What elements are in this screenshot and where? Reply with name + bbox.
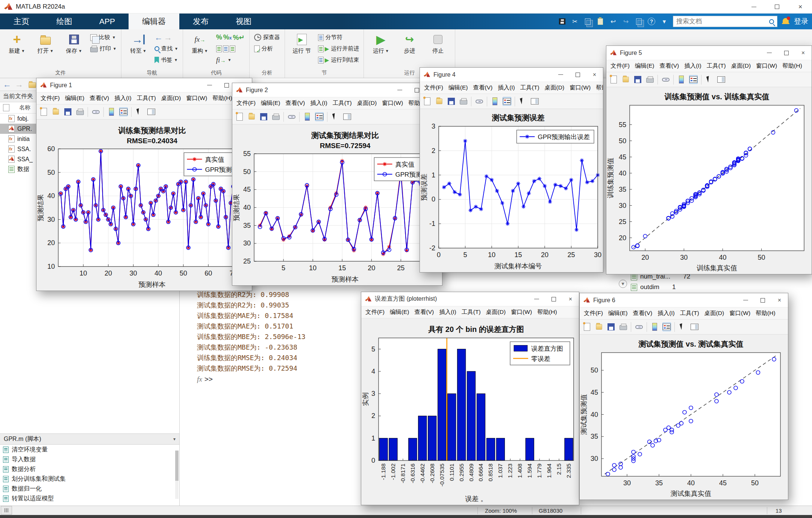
tab-视图[interactable]: 视图 — [222, 14, 265, 29]
help-icon[interactable]: ? — [647, 17, 656, 26]
menu-item-工具[interactable]: 工具(T) — [704, 62, 729, 70]
edit-plot-icon[interactable] — [705, 75, 714, 84]
menu-item-编辑[interactable]: 编辑(E) — [387, 308, 412, 316]
redo-icon[interactable]: ↪ — [622, 17, 630, 26]
print-figure-icon[interactable] — [271, 112, 280, 121]
menu-item-查看[interactable]: 查看(V) — [470, 84, 495, 92]
command-prompt[interactable]: fx>> — [197, 374, 306, 385]
print-figure-icon[interactable] — [619, 323, 627, 331]
run-advance-button[interactable]: ▶运行并前进 — [318, 44, 359, 54]
insert-legend-icon[interactable] — [119, 108, 128, 116]
close-button[interactable]: × — [771, 293, 788, 307]
notifications-bell-icon[interactable] — [782, 17, 789, 26]
insert-legend-icon[interactable] — [662, 323, 671, 331]
menu-item-桌面[interactable]: 桌面(D) — [729, 62, 754, 70]
close-button[interactable]: × — [586, 68, 603, 82]
tab-编辑器[interactable]: 编辑器 — [129, 14, 179, 29]
menu-item-文件[interactable]: 文件(F) — [363, 308, 387, 316]
menu-item-编辑[interactable]: 编辑(E) — [632, 62, 657, 70]
edit-plot-icon[interactable] — [678, 323, 687, 331]
figure-titlebar[interactable]: 误差直方图 (ploterrhist)× — [361, 292, 579, 306]
paste-icon[interactable] — [596, 17, 604, 26]
section-item[interactable]: 清空环境变量 — [0, 445, 179, 454]
minimize-button[interactable] — [528, 292, 545, 306]
menu-item-窗口[interactable]: 窗口(W) — [727, 309, 753, 317]
menu-item-窗口[interactable]: 窗口(W) — [508, 308, 535, 316]
qat-more-icon[interactable]: ▾ — [660, 17, 668, 26]
undo-icon[interactable]: ↩ — [609, 17, 617, 26]
minimize-button[interactable] — [761, 46, 778, 60]
property-inspector-icon[interactable] — [530, 97, 539, 106]
menu-item-文件[interactable]: 文件(F) — [38, 94, 62, 102]
menu-item-窗口[interactable]: 窗口(W) — [753, 62, 780, 70]
up-folder-icon[interactable] — [29, 82, 36, 88]
maximize-button[interactable] — [765, 0, 789, 14]
insert-colorbar-icon[interactable] — [650, 323, 659, 331]
edit-plot-icon[interactable] — [518, 97, 527, 106]
property-inspector-icon[interactable] — [717, 75, 726, 84]
menu-item-查看[interactable]: 查看(V) — [87, 94, 112, 102]
menu-item-帮助[interactable]: 帮助(H) — [593, 84, 603, 92]
percent-row-button[interactable]: %%x%↵ — [216, 32, 245, 42]
property-inspector-icon[interactable] — [690, 323, 699, 331]
bookmark-button[interactable]: 书签▼ — [155, 55, 178, 65]
search-icon[interactable] — [769, 19, 774, 24]
back-icon[interactable]: ← — [3, 80, 11, 89]
section-item[interactable]: 转置以适应模型 — [0, 494, 179, 503]
menu-item-插入[interactable]: 插入(I) — [682, 62, 704, 70]
figure-titlebar[interactable]: Figure 6× — [580, 293, 788, 307]
new-figure-icon[interactable] — [609, 75, 618, 84]
save-figure-icon[interactable] — [447, 97, 456, 106]
tab-绘图[interactable]: 绘图 — [43, 14, 86, 29]
new-plus-button[interactable]: +新建 ▼ — [5, 32, 29, 55]
open-figure-icon[interactable] — [52, 108, 60, 116]
menu-item-工具[interactable]: 工具(T) — [134, 94, 159, 102]
figure-titlebar[interactable]: Figure 2× — [232, 83, 442, 97]
menu-item-桌面[interactable]: 桌面(D) — [483, 308, 509, 316]
run-play-button[interactable]: ▶运行 ▼ — [368, 32, 393, 55]
new-figure-icon[interactable] — [39, 108, 48, 116]
forward-icon[interactable]: → — [15, 80, 23, 89]
compare-docs-button[interactable]: 比较▼ — [90, 32, 117, 42]
tab-主页[interactable]: 主页 — [0, 14, 43, 29]
print-figure-icon[interactable] — [645, 75, 654, 84]
open-figure-icon[interactable] — [621, 75, 630, 84]
print-button[interactable]: 打印▼ — [90, 44, 117, 54]
open-figure-icon[interactable] — [595, 323, 603, 331]
menu-item-插入[interactable]: 插入(I) — [308, 99, 330, 107]
link-plot-icon[interactable] — [287, 112, 296, 121]
workspace-row[interactable]: outdim1 — [631, 283, 676, 291]
minimize-button[interactable] — [552, 68, 569, 82]
link-plot-icon[interactable] — [635, 323, 643, 331]
menu-item-文件[interactable]: 文件(F) — [581, 309, 606, 317]
find-magnifier-button[interactable]: 查找▼ — [155, 44, 178, 54]
menu-item-编辑[interactable]: 编辑(E) — [258, 99, 283, 107]
menu-item-桌面[interactable]: 桌面(D) — [702, 309, 727, 317]
save-figure-icon[interactable] — [633, 75, 642, 84]
save-floppy-button[interactable]: 保存 ▼ — [62, 32, 86, 55]
menu-item-帮助[interactable]: 帮助(H) — [780, 62, 805, 70]
save-icon[interactable] — [558, 17, 566, 26]
panel-toggle-icon[interactable] — [1, 506, 12, 515]
close-button[interactable]: × — [562, 292, 579, 306]
tab-发布[interactable]: 发布 — [179, 14, 222, 29]
insert-legend-icon[interactable] — [689, 75, 698, 84]
minimize-button[interactable] — [742, 0, 765, 14]
print-figure-icon[interactable] — [459, 97, 468, 106]
new-figure-icon[interactable] — [423, 97, 432, 106]
section-item[interactable]: 数据归一化 — [0, 484, 179, 494]
doc-search-input[interactable] — [676, 18, 769, 25]
switch-windows-icon[interactable] — [635, 17, 643, 26]
menu-item-插入[interactable]: 插入(I) — [436, 308, 459, 316]
menu-item-帮助[interactable]: 帮助(H) — [535, 308, 560, 316]
figure-titlebar[interactable]: Figure 5× — [606, 46, 812, 60]
insert-legend-icon[interactable] — [315, 112, 324, 121]
insert-colorbar-icon[interactable] — [107, 108, 116, 116]
analyze-check-button[interactable]: 分析 — [254, 44, 280, 54]
menu-item-窗口[interactable]: 窗口(W) — [567, 84, 593, 92]
minimize-button[interactable] — [201, 78, 218, 92]
insert-colorbar-icon[interactable] — [303, 112, 312, 121]
menu-item-文件[interactable]: 文件(F) — [234, 99, 258, 107]
menu-item-桌面[interactable]: 桌面(D) — [354, 99, 380, 107]
insert-colorbar-icon[interactable] — [491, 97, 499, 106]
